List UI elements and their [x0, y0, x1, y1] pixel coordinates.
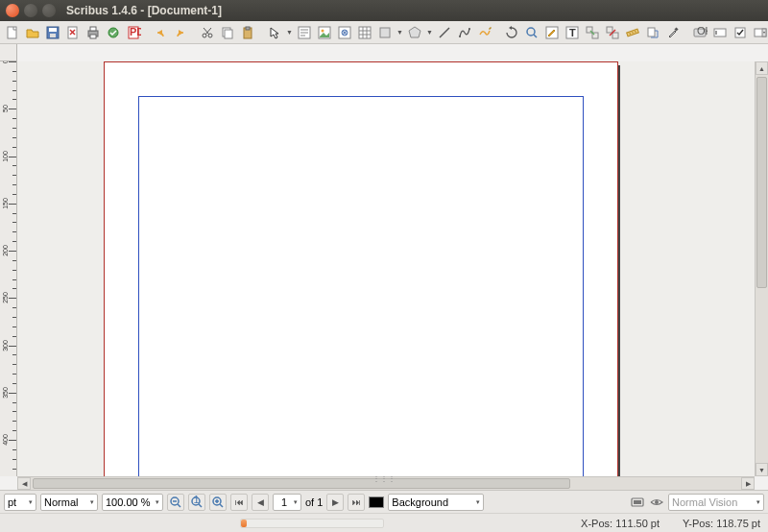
insert-shape-button[interactable]	[376, 24, 394, 41]
insert-freehand-button[interactable]	[476, 24, 493, 41]
prev-page-button[interactable]: ◀	[252, 494, 269, 511]
measure-button[interactable]	[624, 24, 641, 41]
link-frames-button[interactable]	[584, 24, 601, 41]
eyedropper-icon	[665, 25, 681, 40]
insert-polygon-button[interactable]	[406, 24, 423, 41]
pdf-check-box-button[interactable]	[732, 24, 749, 41]
pdf-text-field-icon	[712, 25, 728, 40]
edit-text-button[interactable]: T	[564, 24, 581, 41]
window-minimize-button[interactable]	[24, 4, 37, 17]
view-mode-value[interactable]	[44, 496, 88, 508]
new-doc-button[interactable]	[4, 24, 21, 41]
copy-props-button[interactable]	[644, 24, 661, 41]
window-close-button[interactable]	[6, 4, 19, 17]
svg-rect-3	[50, 34, 56, 37]
open-doc-button[interactable]	[24, 24, 41, 41]
preflight-button[interactable]	[105, 24, 122, 41]
print-button[interactable]	[84, 24, 102, 41]
insert-text-frame-button[interactable]	[296, 24, 313, 41]
dropdown-arrow-icon[interactable]: ▼	[286, 24, 293, 41]
export-pdf-button[interactable]: PDF	[125, 24, 142, 41]
eyedropper-button[interactable]	[664, 24, 682, 41]
svg-line-52	[632, 32, 633, 34]
measure-icon	[625, 25, 640, 40]
edit-text-icon: T	[564, 25, 580, 40]
cut-icon	[200, 25, 215, 40]
scroll-down-button[interactable]: ▼	[756, 463, 768, 476]
pdf-text-field-button[interactable]	[711, 24, 729, 41]
xpos-label: X-Pos:	[581, 518, 612, 529]
close-doc-button[interactable]	[64, 24, 82, 41]
scroll-up-button[interactable]: ▲	[756, 61, 768, 75]
insert-render-frame-button[interactable]	[336, 24, 353, 41]
dropdown-arrow-icon[interactable]: ▼	[426, 24, 433, 41]
page-number-value[interactable]	[276, 496, 292, 508]
ypos-value: 118.75 pt	[716, 518, 760, 529]
zoom-out-button[interactable]	[167, 494, 184, 511]
preview-mode-icon[interactable]	[649, 495, 664, 510]
window-maximize-button[interactable]	[42, 4, 56, 17]
insert-table-button[interactable]	[356, 24, 373, 41]
insert-line-button[interactable]	[436, 24, 453, 41]
insert-freehand-icon	[477, 25, 492, 40]
svg-point-37	[459, 36, 461, 37]
unit-value[interactable]	[8, 496, 27, 508]
scroll-right-button[interactable]: ▶	[741, 477, 755, 490]
document-canvas[interactable]	[17, 61, 755, 476]
cms-toggle-icon[interactable]	[630, 495, 645, 510]
svg-point-39	[527, 28, 535, 36]
zoom-reset-button[interactable]: 1	[188, 494, 205, 511]
cut-button[interactable]	[199, 24, 216, 41]
vision-mode-value[interactable]	[672, 496, 755, 508]
pdf-push-button-button[interactable]: OK	[691, 24, 708, 41]
insert-image-frame-button[interactable]	[316, 24, 333, 41]
insert-bezier-button[interactable]	[456, 24, 473, 41]
first-page-button[interactable]: ⏮	[230, 494, 248, 511]
xpos-value: 111.50 pt	[615, 518, 660, 529]
save-doc-button[interactable]	[44, 24, 61, 41]
unlink-frames-icon	[605, 25, 620, 40]
status-bar: ▾ ▾ ▾ 1 ⏮ ◀ ▾ of 1 ▶ ⏭ ▾ ▾	[0, 490, 768, 513]
layer-value[interactable]	[392, 496, 474, 508]
redo-button[interactable]	[172, 24, 189, 41]
insert-bezier-icon	[457, 25, 472, 40]
zoom-button[interactable]	[523, 24, 540, 41]
zoom-value[interactable]	[106, 496, 154, 508]
zoom-selector[interactable]: ▾	[102, 494, 163, 511]
cursor-position-bar: X-Pos: 111.50 pt Y-Pos: 118.75 pt	[0, 513, 768, 532]
layer-selector[interactable]: ▾	[388, 494, 484, 511]
toolbar-grip-icon[interactable]: ⋮⋮⋮	[372, 474, 396, 483]
vision-mode-selector[interactable]: ▾	[668, 494, 764, 511]
redo-icon	[173, 25, 188, 40]
vertical-scroll-thumb[interactable]	[756, 77, 767, 288]
pdf-check-box-icon	[732, 25, 748, 40]
edit-contents-button[interactable]	[543, 24, 561, 41]
undo-button[interactable]	[152, 24, 169, 41]
copy-button[interactable]	[219, 24, 236, 41]
zoom-in-button[interactable]	[209, 494, 227, 511]
svg-line-36	[440, 28, 449, 37]
rotate-button[interactable]	[503, 24, 520, 41]
vertical-ruler[interactable]: 050100150200250300350400450	[0, 61, 17, 476]
window-titlebar: Scribus 1.4.6 - [Document-1]	[0, 0, 768, 21]
pdf-combo-box-button[interactable]	[752, 24, 768, 41]
dropdown-arrow-icon[interactable]: ▼	[396, 24, 403, 41]
pdf-combo-box-icon	[753, 25, 768, 40]
view-mode-selector[interactable]: ▾	[40, 494, 98, 511]
layer-color-swatch[interactable]	[369, 496, 384, 508]
horizontal-scroll-thumb[interactable]	[33, 478, 570, 489]
svg-rect-29	[359, 27, 371, 38]
vertical-scrollbar[interactable]: ▲ ▼	[755, 61, 768, 476]
unlink-frames-button[interactable]	[604, 24, 621, 41]
paste-button[interactable]	[239, 24, 256, 41]
edit-contents-icon	[544, 25, 560, 40]
scroll-left-button[interactable]: ◀	[17, 477, 31, 490]
ruler-origin[interactable]	[0, 44, 17, 61]
last-page-button[interactable]: ⏭	[348, 494, 365, 511]
page-number-input[interactable]: ▾	[273, 494, 301, 511]
select-button[interactable]	[266, 24, 283, 41]
copy-props-icon	[645, 25, 660, 40]
svg-marker-35	[409, 27, 420, 37]
next-page-button[interactable]: ▶	[326, 494, 344, 511]
unit-selector[interactable]: ▾	[4, 494, 36, 511]
